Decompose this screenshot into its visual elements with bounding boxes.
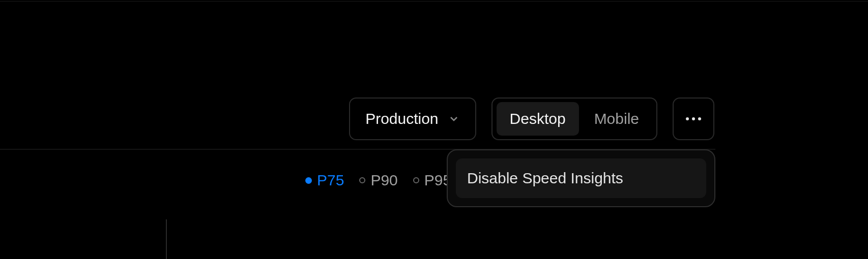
disable-speed-insights-label: Disable Speed Insights xyxy=(467,170,623,186)
disable-speed-insights-item[interactable]: Disable Speed Insights xyxy=(456,158,706,198)
dot-filled-icon xyxy=(305,177,312,184)
dot-empty-icon xyxy=(413,177,419,183)
environment-dropdown[interactable]: Production xyxy=(349,98,476,140)
chevron-down-icon xyxy=(448,113,460,125)
segment-mobile-label: Mobile xyxy=(594,110,639,127)
percentile-row: P75 P90 P95 xyxy=(305,172,451,189)
toolbar-row: Production Desktop Mobile xyxy=(349,98,714,140)
segment-desktop-label: Desktop xyxy=(510,110,566,127)
percentile-p90-label: P90 xyxy=(370,172,397,189)
segment-desktop[interactable]: Desktop xyxy=(497,102,579,136)
percentile-p90[interactable]: P90 xyxy=(359,172,397,189)
segment-mobile[interactable]: Mobile xyxy=(581,102,652,136)
dot-empty-icon xyxy=(359,177,365,183)
more-options-button[interactable] xyxy=(673,98,714,140)
device-segmented-control: Desktop Mobile xyxy=(491,98,657,140)
more-options-popover: Disable Speed Insights xyxy=(447,149,715,207)
percentile-p75[interactable]: P75 xyxy=(305,172,344,189)
more-horizontal-icon xyxy=(686,117,701,120)
chart-axis-line xyxy=(166,219,167,259)
percentile-p95[interactable]: P95 xyxy=(413,172,451,189)
environment-dropdown-label: Production xyxy=(365,110,438,127)
top-divider xyxy=(0,1,868,2)
percentile-p75-label: P75 xyxy=(317,172,344,189)
